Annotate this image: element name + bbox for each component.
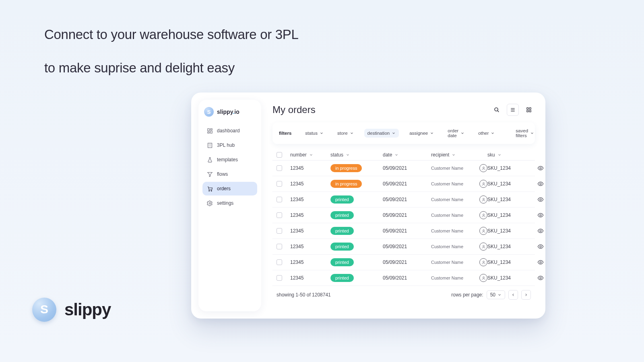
sidebar-item-label: 3PL hub [217, 142, 235, 148]
eye-icon [537, 243, 544, 250]
sidebar-item-templates[interactable]: templates [202, 153, 257, 167]
view-button[interactable] [532, 212, 545, 218]
showing-text: showing 1-50 of 1208741 [277, 292, 331, 298]
table-header: number status date recipient sku ••• [272, 150, 535, 160]
view-button[interactable] [532, 228, 545, 234]
chevron-down-icon [452, 153, 456, 157]
col-date[interactable]: date [383, 152, 431, 158]
user-icon [479, 258, 487, 266]
col-sku[interactable]: sku [487, 152, 532, 158]
chevron-down-icon [497, 293, 502, 297]
cell-number: 12345 [290, 228, 330, 234]
table-row: 12345printed05/09/2021Customer NameSKU_1… [272, 239, 535, 255]
list-view-icon[interactable] [507, 104, 519, 116]
svg-point-29 [540, 183, 541, 185]
row-checkbox[interactable] [277, 212, 282, 218]
user-icon [479, 180, 487, 188]
headline-line-2: to make suprise and delight easy [44, 58, 407, 78]
row-checkbox[interactable] [277, 259, 282, 265]
filter-assignee[interactable]: assignee [406, 129, 437, 138]
svg-rect-2 [210, 131, 212, 133]
sidebar-brand: S slippy.io [202, 107, 257, 117]
status-badge: printed [330, 243, 354, 251]
chevron-down-icon [346, 153, 350, 157]
view-button[interactable] [532, 259, 545, 265]
cell-sku: SKU_1234 [487, 165, 532, 171]
svg-rect-22 [527, 110, 528, 112]
table-row: 12345printed05/09/2021Customer NameSKU_1… [272, 192, 535, 208]
table-row: 12345in progress05/09/2021Customer NameS… [272, 176, 535, 192]
cell-date: 05/09/2021 [383, 181, 431, 187]
status-badge: printed [330, 258, 354, 266]
sidebar-item-label: templates [217, 157, 238, 162]
row-checkbox[interactable] [277, 181, 282, 187]
svg-point-25 [540, 167, 541, 169]
chevron-down-icon [392, 131, 396, 135]
sidebar-item-dashboard[interactable]: dashboard [202, 124, 257, 138]
cell-number: 12345 [290, 259, 330, 265]
svg-point-13 [211, 190, 212, 191]
grid-view-icon[interactable] [523, 104, 535, 116]
topbar: My orders [272, 104, 535, 116]
filter-store[interactable]: store [334, 129, 357, 138]
rows-per-page-select[interactable]: 50 [487, 290, 505, 299]
next-page-button[interactable] [521, 290, 531, 300]
page-title: My orders [272, 104, 316, 115]
sidebar-item-settings[interactable]: settings [202, 196, 257, 210]
col-status[interactable]: status [330, 152, 383, 158]
svg-marker-11 [207, 172, 212, 177]
cell-date: 05/09/2021 [383, 259, 431, 265]
search-icon[interactable] [491, 104, 503, 116]
table-row: 12345printed05/09/2021Customer NameSKU_1… [272, 208, 535, 223]
row-checkbox[interactable] [277, 165, 282, 171]
svg-line-16 [497, 111, 499, 112]
view-button[interactable] [532, 196, 545, 203]
saved-filters-dropdown[interactable]: saved filters [512, 126, 537, 140]
chevron-down-icon [491, 131, 495, 135]
flask-icon [206, 156, 213, 163]
table-row: 12345printed05/09/2021Customer NameSKU_1… [272, 223, 535, 239]
filter-label: status [305, 131, 318, 136]
chevron-down-icon [530, 131, 534, 135]
brand-wordmark-suffix: io [234, 109, 239, 115]
cell-date: 05/09/2021 [383, 212, 431, 218]
brand-circle-icon: S [32, 298, 56, 322]
rows-per-page-label: rows per page: [451, 292, 483, 298]
funnel-icon [206, 171, 213, 177]
cell-date: 05/09/2021 [383, 228, 431, 234]
cell-recipient: Customer Name [431, 274, 487, 282]
cell-sku: SKU_1234 [487, 228, 532, 234]
filter-other[interactable]: other [475, 129, 498, 138]
svg-point-14 [209, 202, 211, 204]
row-checkbox[interactable] [277, 228, 282, 234]
select-all-checkbox[interactable] [277, 152, 282, 158]
status-badge: printed [330, 211, 354, 219]
sidebar-item-3PL-hub[interactable]: 3PL hub [202, 138, 257, 152]
cell-number: 12345 [290, 244, 330, 249]
user-icon [479, 211, 487, 219]
status-badge: printed [330, 195, 354, 204]
view-button[interactable] [532, 275, 545, 281]
row-checkbox[interactable] [277, 197, 282, 202]
cell-date: 05/09/2021 [383, 165, 431, 171]
view-button[interactable] [532, 181, 545, 187]
sidebar-item-orders[interactable]: orders [202, 182, 257, 195]
filter-order-date[interactable]: order date [444, 126, 468, 140]
sidebar-item-label: orders [217, 186, 231, 191]
filter-status[interactable]: status [302, 129, 327, 138]
col-recipient[interactable]: recipient [431, 152, 487, 158]
row-checkbox[interactable] [277, 275, 282, 281]
row-checkbox[interactable] [277, 244, 282, 249]
chevron-down-icon [394, 153, 398, 157]
cell-sku: SKU_1234 [487, 244, 532, 249]
filters-label: filters [279, 131, 291, 136]
col-number[interactable]: number [290, 152, 330, 158]
user-icon [479, 243, 487, 251]
sidebar-item-label: flows [217, 171, 228, 177]
filter-destination[interactable]: destination [364, 129, 399, 138]
prev-page-button[interactable] [508, 290, 518, 300]
sidebar-item-flows[interactable]: flows [202, 167, 257, 181]
view-button[interactable] [532, 165, 545, 171]
view-button[interactable] [532, 243, 545, 250]
table-footer: showing 1-50 of 1208741 rows per page: 5… [277, 290, 531, 300]
